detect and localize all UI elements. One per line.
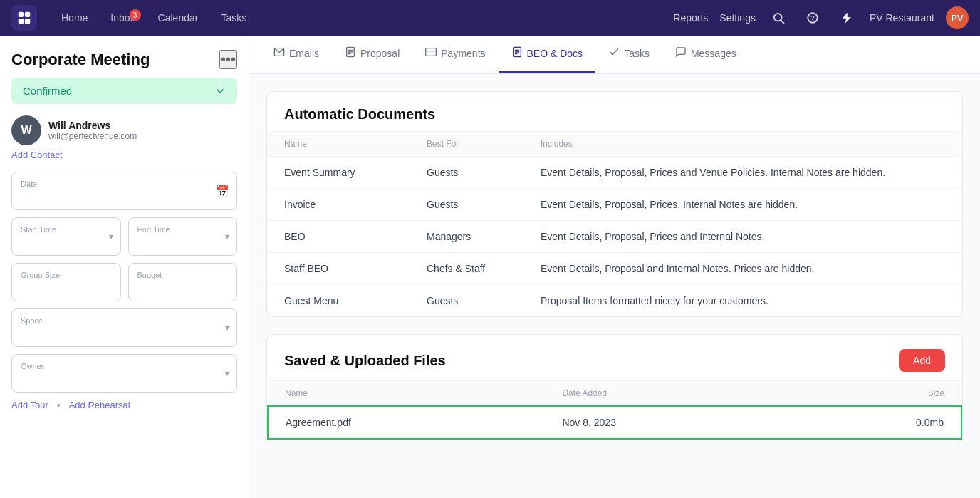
budget-label: Budget: [137, 271, 229, 279]
svg-marker-8: [843, 13, 851, 24]
tab-messages[interactable]: Messages: [662, 36, 749, 73]
owner-label: Owner: [21, 362, 228, 370]
date-field-group: Date 📅: [11, 172, 237, 210]
space-label: Space: [21, 316, 228, 325]
svg-line-5: [781, 20, 783, 23]
nav-calendar[interactable]: Calendar: [148, 8, 209, 28]
table-row: BEO Managers Event Details, Proposal, Pr…: [267, 221, 962, 253]
group-budget-row: Group Size Budget: [11, 263, 237, 301]
calendar-icon: 📅: [215, 185, 229, 198]
lightning-icon[interactable]: [835, 6, 858, 29]
end-time-label: End Time: [137, 225, 229, 234]
add-rehearsal-link[interactable]: Add Rehearsal: [69, 400, 130, 411]
help-icon[interactable]: ?: [801, 6, 824, 29]
files-col-name: Name: [268, 381, 545, 407]
doc-name: Guest Menu: [267, 285, 410, 317]
list-item[interactable]: Agreement.pdf Nov 8, 2023 0.0mb: [268, 406, 961, 439]
svg-rect-1: [25, 12, 30, 17]
contact-row: W Will Andrews will@perfectvenue.com: [11, 115, 237, 145]
doc-best-for: Guests: [410, 285, 523, 317]
date-field[interactable]: Date 📅: [11, 172, 237, 210]
table-row: Staff BEO Chefs & Staff Event Details, P…: [267, 253, 962, 285]
tasks-icon: [608, 46, 620, 61]
tab-emails[interactable]: Emails: [261, 36, 332, 73]
table-row: Event Summary Guests Event Details, Prop…: [267, 157, 962, 189]
doc-includes: Event Details, Proposal, Prices and Inte…: [523, 221, 962, 253]
event-title: Corporate Meeting: [11, 51, 150, 69]
user-avatar[interactable]: PV: [946, 6, 969, 29]
doc-best-for: Guests: [410, 189, 523, 221]
contact-name: Will Andrews: [48, 120, 137, 131]
space-field[interactable]: Space ▾: [11, 308, 237, 347]
tab-payments[interactable]: Payments: [412, 36, 498, 73]
end-time-value: [137, 235, 229, 248]
add-links: Add Tour • Add Rehearsal: [11, 400, 237, 411]
contact-avatar: W: [11, 115, 41, 145]
main-scroll: Automatic Documents Name Best For Includ…: [249, 74, 980, 498]
payments-icon: [425, 46, 437, 61]
add-file-button[interactable]: Add: [899, 349, 945, 372]
add-link-separator: •: [57, 400, 61, 411]
svg-rect-3: [25, 19, 30, 24]
automatic-documents-section: Automatic Documents Name Best For Includ…: [266, 91, 963, 317]
messages-icon: [675, 46, 687, 61]
owner-field[interactable]: Owner ▾: [11, 354, 237, 393]
status-badge[interactable]: Confirmed: [11, 78, 237, 104]
more-button[interactable]: •••: [219, 50, 237, 69]
doc-best-for: Guests: [410, 157, 523, 189]
table-row: Guest Menu Guests Proposal Items formatt…: [267, 285, 962, 317]
nav-home[interactable]: Home: [51, 8, 98, 28]
nav-reports[interactable]: Reports: [673, 12, 708, 24]
proposal-icon: [345, 46, 356, 61]
doc-includes: Event Details, Proposal and Internal Not…: [523, 253, 962, 285]
status-label: Confirmed: [23, 85, 72, 97]
doc-best-for: Chefs & Staff: [410, 253, 523, 285]
add-contact-link[interactable]: Add Contact: [11, 150, 237, 160]
tab-beo-docs[interactable]: BEO & Docs: [499, 36, 596, 73]
tab-payments-label: Payments: [441, 48, 485, 59]
doc-best-for: Managers: [410, 221, 523, 253]
budget-field[interactable]: Budget: [128, 263, 238, 301]
end-time-field[interactable]: End Time ▾: [128, 217, 238, 256]
add-tour-link[interactable]: Add Tour: [11, 400, 48, 411]
tab-proposal-label: Proposal: [360, 48, 400, 59]
main-content: Emails Proposal Payments BEO & Docs: [249, 36, 980, 498]
time-field-row: Start Time ▾ End Time ▾: [11, 217, 237, 256]
files-col-size: Size: [788, 381, 961, 407]
svg-rect-0: [19, 12, 24, 17]
tab-beo-docs-label: BEO & Docs: [527, 48, 583, 59]
table-row: Invoice Guests Event Details, Proposal, …: [267, 189, 962, 221]
tab-tasks[interactable]: Tasks: [595, 36, 662, 73]
app-logo[interactable]: [11, 5, 37, 31]
nav-settings[interactable]: Settings: [719, 12, 756, 24]
beo-docs-icon: [511, 46, 523, 61]
tab-proposal[interactable]: Proposal: [332, 36, 412, 73]
file-date: Nov 8, 2023: [545, 406, 788, 439]
group-size-field[interactable]: Group Size: [11, 263, 121, 301]
saved-files-header: Saved & Uploaded Files Add: [267, 335, 962, 380]
doc-name: Event Summary: [267, 157, 410, 189]
tab-bar: Emails Proposal Payments BEO & Docs: [249, 36, 980, 74]
automatic-documents-header: Automatic Documents: [267, 92, 962, 131]
doc-includes: Proposal Items formatted nicely for your…: [523, 285, 962, 317]
saved-files-section: Saved & Uploaded Files Add Name Date Add…: [266, 334, 963, 440]
start-time-field[interactable]: Start Time ▾: [11, 217, 121, 256]
nav-right: Reports Settings ? PV Restaurant PV: [673, 6, 969, 29]
nav-tasks[interactable]: Tasks: [211, 8, 256, 28]
sidebar-header: Corporate Meeting •••: [11, 50, 237, 69]
search-icon[interactable]: [767, 6, 790, 29]
start-time-label: Start Time: [21, 225, 112, 234]
file-size: 0.0mb: [788, 406, 961, 439]
inbox-badge: 3: [130, 9, 141, 21]
files-table: Name Date Added Size Agreement.pdf Nov 8…: [267, 380, 962, 440]
nav-links: Home Inbox 3 Calendar Tasks: [51, 8, 673, 28]
files-col-date: Date Added: [545, 381, 788, 407]
col-header-includes: Includes: [523, 132, 962, 157]
nav-inbox[interactable]: Inbox 3: [100, 8, 145, 28]
saved-files-title: Saved & Uploaded Files: [284, 353, 446, 369]
owner-chevron-icon: ▾: [225, 368, 229, 378]
doc-includes: Event Details, Proposal, Prices and Venu…: [523, 157, 962, 189]
file-name: Agreement.pdf: [268, 406, 545, 439]
automatic-documents-title: Automatic Documents: [284, 106, 945, 123]
svg-rect-2: [19, 19, 24, 24]
